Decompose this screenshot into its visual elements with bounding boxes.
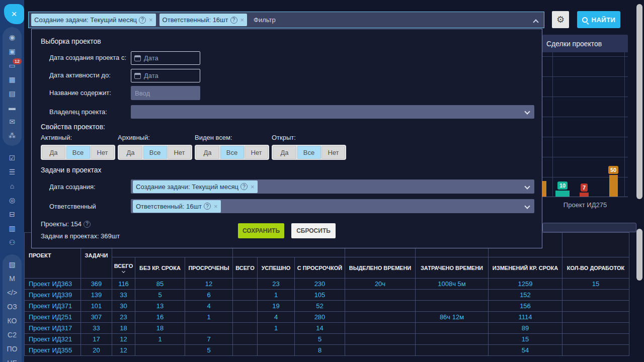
col-time-spent[interactable]: ЗАТРАЧЕНО ВРЕМЕНИ: [416, 257, 489, 279]
sort-desc-icon[interactable]: [122, 269, 125, 273]
settings-button[interactable]: ⚙: [552, 11, 569, 28]
responsible-chip[interactable]: Ответственный: 16шт ? ×: [133, 200, 221, 213]
mail-icon[interactable]: ✉: [3, 115, 22, 129]
col-time-allocated[interactable]: ВЫДЕЛЕНО ВРЕМЕНИ: [345, 257, 416, 279]
toggle-no[interactable]: Нет: [91, 146, 114, 159]
reset-button[interactable]: СБРОСИТЬ: [291, 223, 336, 238]
target-icon[interactable]: ◎: [3, 193, 22, 207]
cube-icon[interactable]: ▧: [3, 257, 22, 272]
task-created-select[interactable]: Создание задачи: Текущий месяц ? ×: [131, 179, 534, 194]
project-link[interactable]: Проект ИД371: [25, 301, 81, 312]
code-icon[interactable]: </>: [3, 286, 22, 300]
date-to-input[interactable]: Дата: [131, 69, 200, 82]
sidebar-item-ko[interactable]: КО: [3, 314, 22, 328]
chip-remove-icon[interactable]: ×: [149, 16, 153, 24]
sidebar-item-ne[interactable]: НЕ: [3, 356, 22, 362]
help-icon[interactable]: ?: [230, 17, 237, 24]
search-button[interactable]: НАЙТИ: [577, 11, 620, 28]
col-success[interactable]: УСПЕШНО: [258, 257, 295, 279]
date-placeholder: Дата: [144, 72, 158, 79]
cart-icon[interactable]: ⊟: [3, 207, 22, 221]
project-link[interactable]: Проект ИД317: [25, 323, 81, 334]
toggle-yes[interactable]: Да: [196, 146, 219, 159]
help-icon[interactable]: ?: [84, 221, 91, 228]
vertical-scrollbar-top[interactable]: [636, 4, 642, 199]
table-cell: 20: [81, 345, 112, 356]
help-icon[interactable]: ?: [204, 203, 211, 210]
chip-label: Ответственный: 16шт: [163, 16, 228, 24]
help-icon[interactable]: ?: [139, 17, 146, 24]
filter-bar[interactable]: Создание задачи: Текущий месяц ? × Ответ…: [28, 12, 544, 28]
toggle-all[interactable]: Все: [143, 146, 167, 159]
card-icon[interactable]: ▣: [3, 44, 22, 58]
col-with-delay[interactable]: С ПРОСРОЧКОЙ: [295, 257, 345, 279]
table-row: Проект ИД35520125854: [25, 345, 629, 356]
col-deadline-changes[interactable]: ИЗМЕНЕНИЙ КР. СРОКА: [489, 257, 562, 279]
col-total-open[interactable]: ВСЕГО: [112, 257, 135, 279]
chip-remove-icon[interactable]: ×: [240, 16, 245, 24]
project-link[interactable]: Проект ИД363: [25, 279, 81, 290]
table-cell: 18: [135, 323, 185, 334]
toggle-no[interactable]: Нет: [168, 146, 191, 159]
deals-horizontal-scrollbar[interactable]: [542, 223, 636, 232]
project-link[interactable]: Проект ИД251: [25, 312, 81, 323]
table-cell: 4: [258, 312, 295, 323]
project-link[interactable]: Проект ИД355: [25, 345, 81, 356]
project-link[interactable]: Проект ИД321: [25, 334, 81, 345]
filter-chip-task-created[interactable]: Создание задачи: Текущий месяц ? ×: [31, 14, 156, 26]
idcard-icon[interactable]: ▥: [3, 221, 22, 235]
toggle-yes[interactable]: Да: [119, 146, 142, 159]
task-created-label: Дата создания:: [49, 183, 96, 191]
toggle-yes[interactable]: Да: [42, 146, 65, 159]
table-cell: 89: [489, 323, 562, 334]
toggle-all[interactable]: Все: [297, 146, 321, 159]
vertical-scrollbar-bottom[interactable]: [636, 229, 642, 281]
document-icon[interactable]: ▤: [3, 86, 22, 101]
col-rework-count[interactable]: КОЛ-ВО ДОРАБОТОК: [562, 257, 629, 279]
name-contains-input[interactable]: [131, 86, 200, 100]
bar-clipped: [542, 181, 546, 197]
filter-icon[interactable]: ☰: [3, 165, 22, 179]
chat-icon[interactable]: ▭12: [3, 58, 22, 72]
tasks-icon[interactable]: ☑: [3, 151, 22, 165]
table-cell: [345, 323, 416, 334]
sidebar-close-button[interactable]: ×: [4, 4, 24, 24]
owner-select[interactable]: [131, 105, 534, 119]
robot-icon[interactable]: ⚇: [3, 235, 22, 249]
toggle-all[interactable]: Все: [220, 146, 244, 159]
date-from-input[interactable]: Дата: [131, 51, 200, 65]
save-button[interactable]: СОХРАНИТЬ: [238, 223, 284, 238]
project-link[interactable]: Проект ИД339: [25, 290, 81, 301]
col-total-closed[interactable]: ВСЕГО: [233, 257, 258, 279]
responsible-select[interactable]: Ответственный: 16шт ? ×: [131, 199, 534, 213]
task-created-chip[interactable]: Создание задачи: Текущий месяц ? ×: [133, 180, 258, 193]
toggle-no[interactable]: Нет: [245, 146, 268, 159]
col-overdue[interactable]: ПРОСРОЧЕНЫ: [185, 257, 233, 279]
chart-category-label: Проект ИД275: [542, 201, 628, 209]
toggle-no[interactable]: Нет: [321, 146, 345, 159]
collapse-filter-icon[interactable]: [533, 19, 538, 25]
chip-remove-icon[interactable]: ×: [214, 203, 218, 210]
bar-value-badge: 10: [557, 182, 568, 190]
toggle-yes[interactable]: Да: [273, 146, 296, 159]
chip-remove-icon[interactable]: ×: [251, 183, 255, 191]
sidebar-item-c2[interactable]: С2: [3, 328, 22, 342]
sidebar-item-po[interactable]: ПО: [3, 342, 22, 356]
drawer-icon[interactable]: ▬: [3, 101, 22, 115]
m-logo-icon[interactable]: М: [3, 272, 22, 286]
calendar-icon[interactable]: ▦: [3, 72, 22, 86]
deals-panel-header[interactable]: Сделки проектов: [542, 35, 628, 52]
search-button-label: НАЙТИ: [592, 16, 616, 24]
filter-chip-responsible[interactable]: Ответственный: 16шт ? ×: [159, 14, 248, 26]
bank-icon[interactable]: ⌂: [3, 179, 22, 193]
help-icon[interactable]: ?: [240, 183, 248, 190]
network-icon[interactable]: ◉: [3, 30, 22, 44]
calendar-icon: [134, 73, 141, 79]
table-cell: 156: [489, 301, 562, 312]
col-no-deadline[interactable]: БЕЗ КР. СРОКА: [135, 257, 185, 279]
toggle-all[interactable]: Все: [66, 146, 90, 159]
projects-table: ПРОЕКТ ЗАДАЧИ ВСЕГО БЕЗ КР. СРОКА ПРОСРО…: [24, 232, 629, 356]
people-icon[interactable]: ⁂: [3, 129, 22, 143]
sidebar-item-oz[interactable]: ОЗ: [3, 300, 22, 314]
tasks-section-title: Задачи в проектах: [41, 166, 101, 174]
